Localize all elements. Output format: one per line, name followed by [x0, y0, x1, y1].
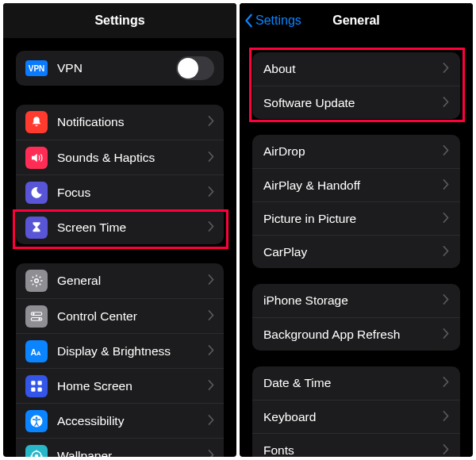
row-label: iPhone Storage	[263, 293, 443, 308]
settings-group: iPhone StorageBackground App Refresh	[252, 284, 460, 351]
chevron-right-icon	[443, 410, 449, 424]
chevron-right-icon	[443, 245, 449, 259]
chevron-right-icon	[208, 274, 214, 288]
svg-rect-9	[31, 387, 35, 391]
wallpaper-icon	[25, 445, 48, 458]
header: Settings General	[240, 3, 473, 38]
grid-icon	[25, 375, 48, 397]
row-label: AirDrop	[263, 144, 443, 159]
settings-group: GeneralControl CenterAADisplay & Brightn…	[16, 263, 224, 457]
row-label: Wallpaper	[48, 449, 208, 458]
svg-point-12	[36, 416, 38, 419]
svg-text:A: A	[36, 349, 41, 356]
chevron-right-icon	[443, 63, 449, 73]
settings-group: Date & TimeKeyboardFontsLanguage & Regio…	[252, 366, 460, 457]
chevron-right-icon	[443, 97, 449, 107]
row-label: Screen Time	[48, 220, 208, 235]
chevron-right-icon	[208, 345, 214, 355]
settings-group: AirDropAirPlay & HandoffPicture in Pictu…	[252, 135, 460, 268]
vpn-icon: VPN	[25, 60, 48, 76]
settings-row[interactable]: Notifications	[16, 105, 224, 140]
row-label: Accessibility	[48, 414, 208, 428]
chevron-right-icon	[208, 151, 214, 165]
settings-row[interactable]: Focus	[16, 174, 224, 209]
row-label: Display & Brightness	[48, 344, 208, 358]
row-label: Keyboard	[263, 410, 443, 424]
row-label: Background App Refresh	[263, 328, 443, 342]
general-screen: Settings General AboutSoftware Update Ai…	[240, 3, 473, 457]
svg-point-2	[33, 312, 35, 315]
chevron-right-icon	[208, 220, 214, 235]
text-size-icon: AA	[25, 340, 48, 362]
chevron-right-icon	[443, 213, 449, 223]
svg-rect-8	[38, 381, 42, 385]
chevron-right-icon	[443, 179, 449, 190]
settings-row[interactable]: Keyboard	[252, 400, 460, 433]
settings-row[interactable]: Wallpaper	[16, 438, 224, 457]
back-button[interactable]: Settings	[240, 13, 301, 28]
chevron-right-icon	[208, 221, 214, 232]
row-label: Fonts	[263, 443, 443, 458]
row-label: Focus	[48, 186, 208, 200]
chevron-right-icon	[443, 444, 449, 454]
chevron-right-icon	[208, 274, 214, 285]
settings-row[interactable]: Accessibility	[16, 403, 224, 438]
chevron-right-icon	[443, 443, 449, 458]
chevron-right-icon	[443, 96, 449, 110]
chevron-right-icon	[208, 380, 214, 390]
settings-row-vpn[interactable]: VPN VPN	[16, 51, 224, 86]
settings-screen: Settings VPN VPN NotificationsSounds & H…	[3, 3, 236, 457]
settings-row[interactable]: General	[16, 263, 224, 298]
chevron-right-icon	[443, 246, 449, 256]
row-label: About	[263, 62, 443, 76]
settings-row[interactable]: Screen Time	[16, 209, 224, 244]
moon-icon	[25, 182, 48, 204]
chevron-right-icon	[208, 344, 214, 358]
svg-point-0	[35, 279, 39, 283]
settings-row[interactable]: Date & Time	[252, 366, 460, 400]
chevron-right-icon	[443, 62, 449, 76]
settings-row[interactable]: iPhone Storage	[252, 284, 460, 317]
settings-row[interactable]: CarPlay	[252, 235, 460, 268]
chevron-right-icon	[443, 212, 449, 226]
row-label: AirPlay & Handoff	[263, 178, 443, 193]
row-label: Picture in Picture	[263, 212, 443, 226]
chevron-right-icon	[443, 377, 449, 387]
row-label: Date & Time	[263, 376, 443, 390]
chevron-right-icon	[208, 309, 214, 324]
chevron-right-icon	[443, 294, 449, 305]
svg-point-4	[38, 318, 40, 320]
row-label: Home Screen	[48, 379, 208, 393]
settings-row[interactable]: AADisplay & Brightness	[16, 333, 224, 368]
chevron-right-icon	[208, 186, 214, 200]
chevron-right-icon	[208, 450, 214, 458]
settings-row[interactable]: Software Update	[252, 86, 460, 119]
vpn-toggle[interactable]	[176, 56, 214, 80]
speaker-icon	[25, 147, 48, 169]
settings-row[interactable]: Home Screen	[16, 368, 224, 403]
chevron-right-icon	[443, 293, 449, 308]
switches-icon	[25, 305, 48, 328]
settings-row[interactable]: Background App Refresh	[252, 317, 460, 351]
settings-row[interactable]: About	[252, 52, 460, 86]
chevron-right-icon	[208, 379, 214, 393]
settings-row[interactable]: AirPlay & Handoff	[252, 168, 460, 201]
settings-row[interactable]: Picture in Picture	[252, 201, 460, 235]
row-label: Software Update	[263, 96, 443, 110]
settings-row[interactable]: Fonts	[252, 433, 460, 457]
settings-row[interactable]: Control Center	[16, 298, 224, 333]
row-label: Control Center	[48, 309, 208, 324]
accessibility-icon	[25, 410, 48, 432]
chevron-right-icon	[443, 376, 449, 390]
row-label: CarPlay	[263, 245, 443, 259]
settings-group: NotificationsSounds & HapticsFocusScreen…	[16, 105, 224, 244]
chevron-right-icon	[443, 178, 449, 193]
svg-point-14	[35, 454, 39, 457]
back-label: Settings	[255, 13, 301, 28]
chevron-right-icon	[443, 411, 449, 421]
chevron-right-icon	[443, 328, 449, 342]
settings-row[interactable]: AirDrop	[252, 135, 460, 168]
chevron-right-icon	[208, 310, 214, 320]
settings-row[interactable]: Sounds & Haptics	[16, 140, 224, 174]
chevron-right-icon	[208, 415, 214, 425]
